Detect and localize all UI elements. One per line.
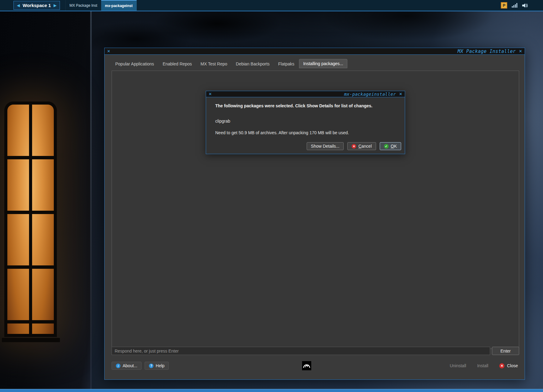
- show-details-label: Show Details...: [311, 144, 339, 149]
- taskbar-item-mx-package-installer[interactable]: MX Package Inst: [65, 0, 101, 11]
- enter-button[interactable]: Enter: [492, 347, 519, 355]
- tab-flatpaks[interactable]: Flatpaks: [274, 60, 298, 68]
- about-button[interactable]: i About...: [112, 362, 142, 370]
- help-question-icon: ?: [149, 364, 153, 368]
- about-label: About...: [123, 363, 137, 368]
- workspace-switcher[interactable]: ◀ Workspace 1 ▶: [13, 1, 60, 10]
- enter-label: Enter: [501, 349, 511, 353]
- terminal-output-area: ✕ mx-packageinstaller ✕ The following pa…: [112, 71, 519, 349]
- network-signal-icon[interactable]: [512, 3, 517, 8]
- system-tray: P: [501, 0, 528, 11]
- download-size-info: Need to get 50.9 MB of archives. After u…: [215, 130, 401, 135]
- show-details-button[interactable]: Show Details...: [307, 142, 344, 150]
- window-titlebar: ✕ MX Package Installer ✕: [105, 48, 525, 55]
- taskbar-item-label: mx-packageinst: [105, 4, 133, 8]
- info-icon: i: [116, 364, 120, 368]
- taskbar: ◀ Workspace 1 ▶ MX Package Inst mx-packa…: [0, 0, 543, 11]
- help-button[interactable]: ? Help: [145, 362, 169, 370]
- tab-bar: Popular Applications Enabled Repos MX Te…: [111, 58, 347, 68]
- wallpaper-lit-window: [4, 102, 57, 337]
- cancel-label: Cancel: [358, 144, 372, 149]
- wallpaper-house: [0, 11, 92, 392]
- close-x-icon: ✕: [499, 363, 504, 368]
- tab-enabled-repos[interactable]: Enabled Repos: [159, 60, 196, 68]
- tab-debian-backports[interactable]: Debian Backports: [232, 60, 274, 68]
- package-installer-tray-icon[interactable]: P: [501, 2, 507, 9]
- respond-input[interactable]: [112, 347, 490, 355]
- dialog-button-row: Show Details... ✕ Cancel ✓ OK: [307, 142, 401, 150]
- install-button[interactable]: Install: [476, 362, 490, 370]
- tab-mx-test-repo[interactable]: MX Test Repo: [197, 60, 231, 68]
- dialog-body: The following packages were selected. Cl…: [206, 97, 405, 154]
- uninstall-label: Uninstall: [450, 363, 466, 368]
- volume-icon[interactable]: [522, 3, 528, 8]
- window-close-icon[interactable]: ✕: [519, 49, 522, 53]
- workspace-prev-icon[interactable]: ◀: [17, 3, 20, 7]
- selected-package-name: clipgrab: [215, 119, 401, 124]
- wallpaper-window-sill: [2, 338, 60, 342]
- tab-popular-applications[interactable]: Popular Applications: [111, 60, 158, 68]
- tab-installing-packages[interactable]: Installing packages...: [299, 59, 348, 68]
- toolbar-right-group: Uninstall Install ✕ Close: [449, 362, 519, 370]
- bottom-screen-strip: [0, 389, 543, 392]
- ok-button[interactable]: ✓ OK: [380, 142, 401, 150]
- mx-package-installer-window: ✕ MX Package Installer ✕ Popular Applica…: [104, 48, 525, 380]
- cancel-button[interactable]: ✕ Cancel: [347, 142, 376, 150]
- close-label: Close: [507, 363, 518, 368]
- dialog-title: mx-packageinstaller: [344, 92, 396, 97]
- ok-label: OK: [391, 144, 397, 149]
- install-label: Install: [477, 363, 489, 368]
- ok-check-icon: ✓: [384, 144, 389, 149]
- workspace-next-icon[interactable]: ▶: [54, 3, 57, 7]
- dialog-titlebar: ✕ mx-packageinstaller ✕: [206, 91, 405, 97]
- taskbar-item-mx-packageinstaller-dialog[interactable]: mx-packageinst: [101, 0, 137, 11]
- bottom-toolbar: i About... ? Help Uninstall Install ✕ Cl…: [112, 361, 519, 371]
- close-button[interactable]: ✕ Close: [498, 362, 519, 370]
- window-close-left-icon[interactable]: ✕: [107, 49, 110, 53]
- dialog-close-left-icon[interactable]: ✕: [209, 92, 212, 96]
- workspace-label: Workspace 1: [23, 3, 51, 8]
- package-confirmation-dialog: ✕ mx-packageinstaller ✕ The following pa…: [206, 91, 405, 154]
- dialog-close-icon[interactable]: ✕: [399, 92, 402, 96]
- taskbar-item-label: MX Package Inst: [69, 3, 97, 8]
- mx-packageinstaller-logo-icon: [302, 361, 311, 370]
- dialog-message: The following packages were selected. Cl…: [215, 103, 401, 108]
- window-title: MX Package Installer: [457, 49, 516, 54]
- cancel-x-icon: ✕: [352, 144, 356, 149]
- help-label: Help: [156, 363, 164, 368]
- uninstall-button[interactable]: Uninstall: [449, 362, 467, 370]
- wallpaper-house-edge: [90, 11, 92, 392]
